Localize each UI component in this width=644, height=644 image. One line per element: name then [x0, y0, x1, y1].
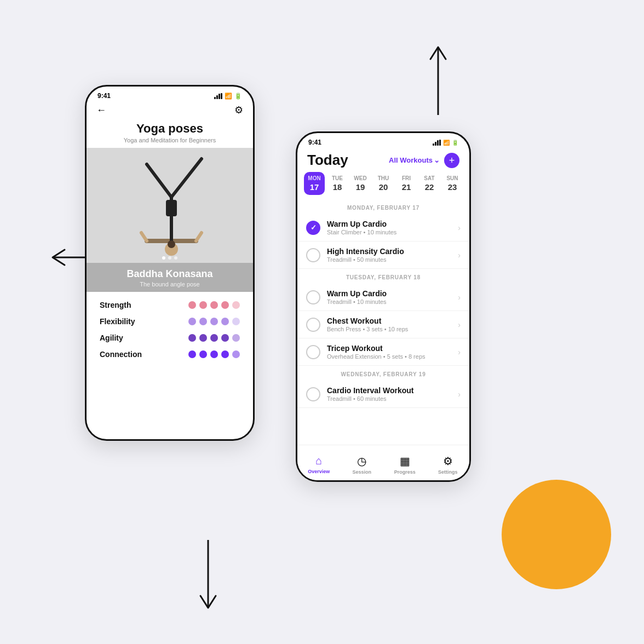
overview-icon: ⌂ — [315, 455, 322, 467]
add-workout-button[interactable]: + — [444, 153, 459, 168]
metric-strength-dots — [188, 301, 240, 309]
workout-info-warm-up-tue: Warm Up Cardio Treadmill • 10 minutes — [327, 289, 451, 305]
nav-session[interactable]: ◷ Session — [341, 451, 384, 475]
workout-info-cardio-interval: Cardio Interval Workout Treadmill • 60 m… — [327, 386, 451, 402]
nav-label-settings: Settings — [438, 469, 458, 475]
day-num-tue: 18 — [327, 182, 348, 192]
dot — [232, 350, 240, 358]
dot — [221, 318, 229, 325]
metric-flexibility-dots — [188, 318, 240, 325]
chevron-right-icon: › — [458, 223, 461, 232]
all-workouts-filter[interactable]: All Workouts ⌄ — [389, 156, 440, 164]
day-mon[interactable]: MON 17 — [304, 172, 325, 195]
section-wednesday: WEDNESDAY, FEBRUARY 19 — [297, 366, 469, 381]
status-icons-left: 📶 🔋 — [214, 93, 242, 100]
week-calendar[interactable]: MON 17 TUE 18 WED 19 THU 20 FRI 21 SAT 2… — [297, 172, 469, 199]
chevron-right-icon: › — [458, 293, 461, 302]
workout-meta-cardio-interval: Treadmill • 60 minutes — [327, 395, 451, 402]
time-right: 9:41 — [308, 139, 321, 146]
signal-icon — [214, 93, 222, 99]
workout-item-warm-up-tue[interactable]: Warm Up Cardio Treadmill • 10 minutes › — [297, 284, 469, 311]
pose-label: Baddha Konasana The bound angle pose — [87, 263, 253, 292]
nav-overview[interactable]: ⌂ Overview — [297, 451, 341, 474]
right-phone: 9:41 📶 🔋 Today All Workouts ⌄ + MON 17 — [296, 131, 471, 482]
workout-name-warm-up-mon: Warm Up Cardio — [327, 220, 451, 228]
workout-meta-warm-up-mon: Stair Climber • 10 minutes — [327, 229, 451, 235]
dot — [199, 301, 207, 309]
workout-item-cardio-interval[interactable]: Cardio Interval Workout Treadmill • 60 m… — [297, 381, 469, 408]
workout-name-chest: Chest Workout — [327, 317, 451, 325]
workout-circle-uncomplete — [306, 318, 320, 332]
day-fri[interactable]: FRI 21 — [396, 172, 417, 195]
dot — [221, 334, 229, 342]
nav-progress[interactable]: ▦ Progress — [383, 451, 427, 475]
dot-1 — [162, 256, 165, 260]
metric-agility: Agility — [100, 334, 240, 342]
metric-connection-dots — [188, 350, 240, 358]
dot — [188, 334, 196, 342]
dot — [199, 334, 207, 342]
workout-meta-warm-up-tue: Treadmill • 10 minutes — [327, 298, 451, 305]
dot — [221, 350, 229, 358]
workout-item-high-intensity[interactable]: High Intensity Cardio Treadmill • 50 min… — [297, 242, 469, 269]
day-num-sun: 23 — [442, 182, 463, 192]
workout-circle-uncomplete — [306, 387, 320, 401]
workout-item-chest[interactable]: Chest Workout Bench Press • 3 sets • 10 … — [297, 311, 469, 338]
dot — [199, 350, 207, 358]
workout-name-tricep: Tricep Workout — [327, 344, 451, 353]
metrics-section: Strength Flexibility Agility — [87, 292, 253, 375]
settings-icon[interactable]: ⚙ — [234, 104, 243, 116]
left-phone: 9:41 📶 🔋 ← ⚙ Yoga poses Yoga and Meditat… — [85, 85, 255, 441]
day-wed[interactable]: WED 19 — [350, 172, 371, 195]
chevron-right-icon: › — [458, 251, 461, 260]
workout-item-tricep[interactable]: Tricep Workout Overhead Extension • 5 se… — [297, 338, 469, 366]
metric-strength-label: Strength — [100, 301, 154, 309]
day-thu[interactable]: THU 20 — [373, 172, 394, 195]
status-bar-left: 9:41 📶 🔋 — [87, 87, 253, 102]
section-tuesday: TUESDAY, FEBRUARY 18 — [297, 269, 469, 284]
dot — [210, 318, 218, 325]
dot — [210, 334, 218, 342]
workout-info-high-intensity: High Intensity Cardio Treadmill • 50 min… — [327, 247, 451, 263]
workout-circle-uncomplete — [306, 290, 320, 304]
decorative-circle — [502, 480, 611, 589]
metric-agility-label: Agility — [100, 334, 154, 342]
nav-settings[interactable]: ⚙ Settings — [427, 451, 470, 475]
day-name-sun: SUN — [442, 175, 463, 181]
nav-label-session: Session — [352, 469, 371, 475]
wifi-icon: 📶 — [225, 93, 232, 100]
workout-circle-uncomplete — [306, 248, 320, 262]
svg-point-9 — [168, 240, 175, 248]
day-name-tue: TUE — [327, 175, 348, 181]
chevron-right-icon: › — [458, 348, 461, 357]
wifi-icon-right: 📶 — [443, 140, 450, 146]
back-icon[interactable]: ← — [96, 105, 106, 116]
dot — [199, 318, 207, 325]
chevron-right-icon: › — [458, 390, 461, 399]
dot-2 — [168, 256, 171, 260]
workout-info-chest: Chest Workout Bench Press • 3 sets • 10 … — [327, 317, 451, 332]
day-sun[interactable]: SUN 23 — [442, 172, 463, 195]
dot — [188, 318, 196, 325]
workout-name-warm-up-tue: Warm Up Cardio — [327, 289, 451, 298]
workout-check-completed: ✓ — [306, 221, 320, 235]
day-sat[interactable]: SAT 22 — [419, 172, 440, 195]
yoga-image — [87, 148, 253, 263]
chevron-down-icon: ⌄ — [434, 156, 440, 164]
day-name-thu: THU — [373, 175, 394, 181]
pose-name: Baddha Konasana — [97, 268, 242, 280]
battery-icon: 🔋 — [234, 93, 242, 100]
today-title: Today — [307, 152, 348, 169]
arrow-down-icon — [197, 540, 219, 611]
battery-icon-right: 🔋 — [452, 140, 458, 146]
status-bar-right: 9:41 📶 🔋 — [297, 133, 469, 148]
workout-item-warm-up-cardio-mon[interactable]: ✓ Warm Up Cardio Stair Climber • 10 minu… — [297, 214, 469, 242]
day-tue[interactable]: TUE 18 — [327, 172, 348, 195]
svg-rect-10 — [166, 200, 177, 216]
section-monday: MONDAY, FEBRUARY 17 — [297, 199, 469, 214]
day-num-fri: 21 — [396, 182, 417, 192]
nav-label-progress: Progress — [394, 469, 416, 475]
dot — [188, 301, 196, 309]
metric-strength: Strength — [100, 301, 240, 309]
page-title-section: Yoga poses Yoga and Meditation for Begin… — [87, 120, 253, 143]
